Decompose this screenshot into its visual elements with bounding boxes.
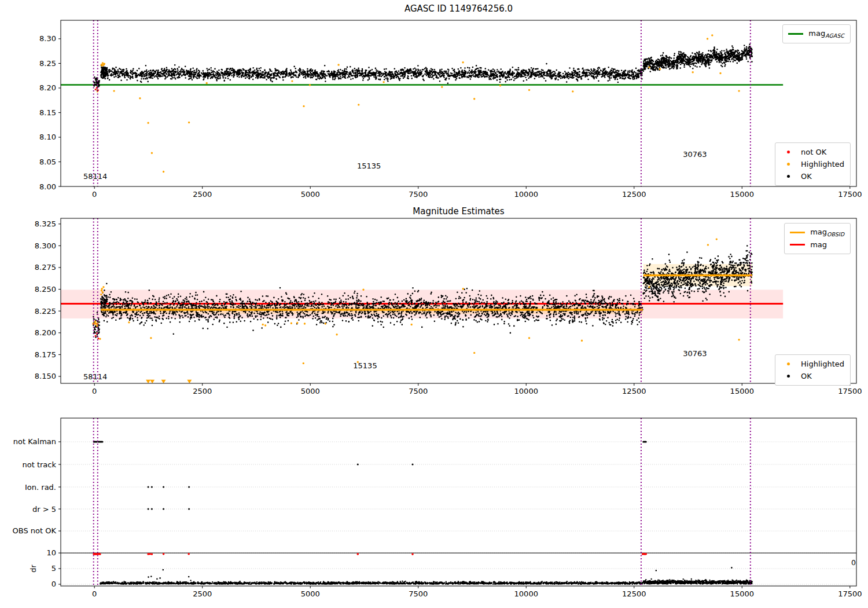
y-tick-label: 5 [52,564,56,573]
chart-1-legend-0: magOBSIDmag [784,223,851,254]
legend-dot-swatch [780,151,796,153]
dr-right [643,579,752,584]
legend-entry: Highlighted [780,158,844,170]
legend-label-subscript: OBSID [827,231,844,237]
x-tick-label: 0 [92,589,97,598]
y-tick-label: 10 [46,548,56,557]
legend-entry: OK [780,170,844,182]
swatch-shape [787,163,790,166]
swatch-shape [787,151,790,153]
swatch-shape [788,33,803,35]
x-tick-label: 12500 [622,589,646,598]
legend-entry: not OK [780,146,844,158]
axes-frame [61,418,856,586]
swatch-shape [790,244,805,246]
swatch-shape [787,362,790,365]
swatch-shape [787,375,790,378]
y-tick-label: not track [22,460,56,469]
legend-line-swatch [789,232,806,233]
legend-label: OK [801,372,812,380]
legend-dot-swatch [780,163,796,166]
chart-2-plot-area [61,418,856,586]
legend-label-subscript: AGASC [825,32,844,39]
chart-1-legend-1: HighlightedOK [775,354,851,386]
legend-label: OK [801,172,812,181]
dr-outlier-points [149,567,732,578]
figure-canvas: AGASC ID 1149764256.0 Magnitude Estimate… [0,0,868,608]
x-tick-label: 2500 [193,589,212,598]
dr-main [100,580,642,584]
clipped-tick-label: 0 [851,558,856,567]
legend-line-swatch [789,244,806,246]
x-tick-label: 15000 [730,589,754,598]
legend-dot-swatch [780,175,796,178]
chart-0-legend-1: not OKHighlightedOK [775,142,851,186]
legend-label: not OK [801,148,826,156]
legend-entry: mag [789,239,844,251]
swatch-shape [787,175,790,178]
x-tick-label: 5000 [301,589,320,598]
legend-dot-swatch [780,375,796,378]
y-tick-label: Ion. rad. [25,483,56,492]
y-tick-label: OBS not OK [13,526,57,535]
legend-entry: magOBSID [789,226,844,239]
legend-dot-swatch [780,362,796,365]
x-tick-label: 7500 [409,589,428,598]
legend-entry: OK [780,370,844,382]
y-tick-label: 0 [52,580,56,588]
dr-not-ok-points [94,554,646,555]
legend-label: mag [810,240,827,249]
x-tick-label: 17500 [838,589,862,598]
legend-label: magAGASC [808,29,844,39]
y-axis-label: dr [29,565,38,573]
swatch-shape [790,232,805,233]
legend-label: Highlighted [801,360,844,368]
y-tick-label: dr > 5 [32,505,56,514]
chart-2-svg: 025005000750010000125001500017500not Kal… [0,0,868,608]
legend-label: Highlighted [801,160,844,169]
legend-line-swatch [788,33,804,35]
legend-entry: magAGASC [788,28,844,40]
x-tick-label: 10000 [514,589,538,598]
y-tick-label: not Kalman [13,437,56,446]
legend-label: magOBSID [810,228,844,237]
legend-entry: Highlighted [780,358,844,370]
chart-0-legend-0: magAGASC [782,24,851,43]
